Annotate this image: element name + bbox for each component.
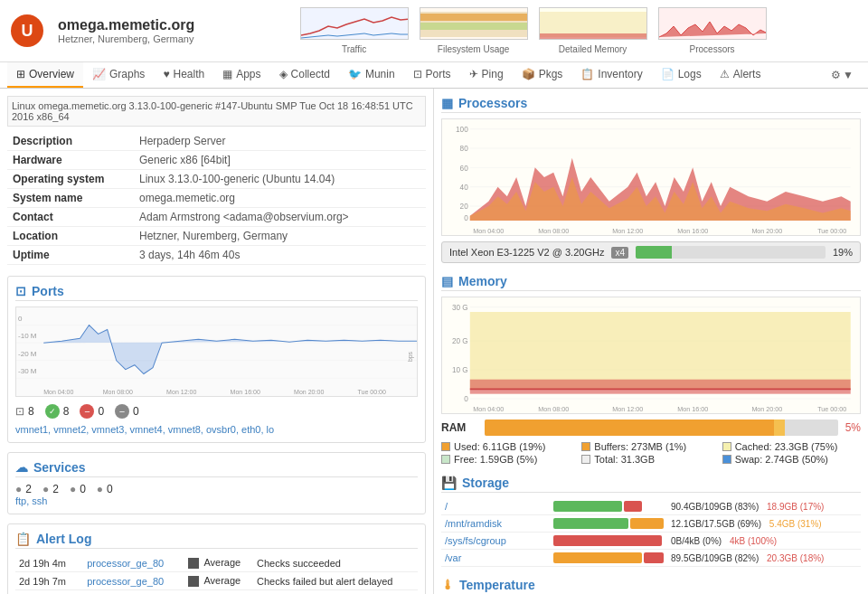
sysinfo-label-hardware: Hardware <box>7 151 134 170</box>
alert-severity-0: Average <box>184 554 253 572</box>
traffic-sparkline <box>300 7 409 40</box>
monitor-icon: ⊡ <box>15 405 24 418</box>
ping-icon: ✈ <box>469 68 478 80</box>
alert-message-2: Checks succeeded <box>253 590 418 594</box>
alert-check-1[interactable]: processor_ge_80 <box>83 572 184 590</box>
processors-icon: ▦ <box>441 96 453 110</box>
svg-text:100: 100 <box>456 125 468 134</box>
sysinfo-row-location: Location Hetzner, Nuremberg, Germany <box>7 227 426 246</box>
nav-inventory[interactable]: 📋 Inventory <box>571 62 651 88</box>
sysinfo-label-contact: Contact <box>7 208 134 227</box>
nav-apps[interactable]: ▦ Apps <box>213 62 269 88</box>
alert-check-2[interactable]: MTU_below_1500 <box>83 590 184 594</box>
ram-used-fill <box>485 420 774 436</box>
ram-bar-container: RAM 5% <box>441 420 861 436</box>
processors-chart: 100 80 60 40 20 0 Mon 04:00 Mon 08:00 Mo… <box>441 118 861 236</box>
nav-alerts-label: Alerts <box>733 68 761 80</box>
ram-buffers-label: Buffers: 273MB (1%) <box>594 441 686 452</box>
nav-ports-label: Ports <box>426 68 451 80</box>
ram-cached-dot <box>722 442 731 451</box>
collectd-icon: ◈ <box>279 68 288 80</box>
storage-bar-ramdisk-free <box>630 518 664 529</box>
storage-mount-ramdisk[interactable]: /mnt/ramdisk <box>441 515 550 533</box>
svg-text:60: 60 <box>460 163 468 172</box>
storage-row-var: /var 89.5GB/109GB (82%) 20.3GB (18%) <box>441 550 861 567</box>
port-links[interactable]: vmnet1, vmnet2, vmnet3, vmnet4, vmnet8, … <box>15 424 418 435</box>
svg-rect-50 <box>470 312 851 389</box>
service-stat-0: ● 2 <box>15 483 32 495</box>
ports-header: ⊡ Ports <box>15 284 418 301</box>
svg-text:Mon 04:00: Mon 04:00 <box>473 405 504 413</box>
nav-health[interactable]: ♥ Health <box>154 62 213 88</box>
nav-munin[interactable]: 🐦 Munin <box>339 62 404 88</box>
ram-free-label: Free: 1.59GB (5%) <box>454 454 537 465</box>
service-stat-1: ● 2 <box>42 483 59 495</box>
port-total-value: 8 <box>28 405 34 418</box>
alert-row-0: 2d 19h 4m processor_ge_80 Average Checks… <box>15 554 418 572</box>
ram-free-dot <box>441 455 450 464</box>
alert-message-0: Checks succeeded <box>253 554 418 572</box>
nav-logs[interactable]: 📄 Logs <box>652 62 711 88</box>
storage-mount-var[interactable]: /var <box>441 550 550 567</box>
x-icon: − <box>80 404 94 419</box>
storage-text2-cgroup: 4kB (100%) <box>730 536 777 546</box>
nav-collectd-label: Collectd <box>291 68 330 80</box>
svg-text:Tue 00:00: Tue 00:00 <box>817 405 846 413</box>
header-graphs: Traffic Filesystem Usage Detailed Memory <box>209 7 857 54</box>
nav-logs-label: Logs <box>678 68 702 80</box>
nav-apps-label: Apps <box>236 68 260 80</box>
alert-check-0[interactable]: processor_ge_80 <box>83 554 184 572</box>
storage-text-cgroup: 0B/4kB (0%) 4kB (100%) <box>667 533 861 550</box>
storage-text-var: 89.5GB/109GB (82%) 20.3GB (18%) <box>667 550 861 567</box>
services-grid: ● 2 ● 2 ● 0 ● 0 <box>15 483 418 495</box>
sysinfo-value-hardware: Generic x86 [64bit] <box>134 151 426 170</box>
header-graph-memory[interactable]: Detailed Memory <box>539 7 647 54</box>
svg-text:Mon 20:00: Mon 20:00 <box>751 227 782 235</box>
service-links[interactable]: ftp, ssh <box>15 495 418 506</box>
svg-text:Mon 08:00: Mon 08:00 <box>538 227 569 235</box>
service-value-1: 2 <box>52 483 59 495</box>
processors-title: Processors <box>458 96 527 110</box>
header-graph-traffic[interactable]: Traffic <box>300 7 409 54</box>
nav-alerts[interactable]: ⚠ Alerts <box>711 62 770 88</box>
sysinfo-value-contact: Adam Armstrong <adama@observium.org> <box>134 208 426 227</box>
temperature-title: Temperature <box>459 578 535 592</box>
ram-used-label: Used: 6.11GB (19%) <box>454 441 546 452</box>
svg-rect-3 <box>540 12 647 37</box>
alert-row-2: 2d 62m 59s MTU_below_1500 vmnet0 Checks … <box>15 590 418 594</box>
svg-text:Mon 16:00: Mon 16:00 <box>231 389 260 395</box>
svg-text:0: 0 <box>464 213 468 222</box>
storage-bar-root-used <box>553 501 622 512</box>
storage-mount-cgroup[interactable]: /sys/fs/cgroup <box>441 533 550 550</box>
memory-sparkline <box>539 7 647 40</box>
settings-button[interactable]: ⚙ ▼ <box>824 63 861 87</box>
filesystem-label: Filesystem Usage <box>420 44 528 54</box>
sysinfo-row-hardware: Hardware Generic x86 [64bit] <box>7 151 426 170</box>
nav-graphs[interactable]: 📈 Graphs <box>83 62 154 88</box>
svg-rect-2 <box>420 23 528 30</box>
nav-pkgs[interactable]: 📦 Pkgs <box>513 62 572 88</box>
nav-overview[interactable]: ⊞ Overview <box>7 62 83 88</box>
cpu-progress-fill <box>636 246 672 259</box>
header-graph-processors[interactable]: Processors <box>658 7 767 54</box>
pkgs-icon: 📦 <box>522 68 535 80</box>
storage-row-cgroup: /sys/fs/cgroup 0B/4kB (0%) 4kB (100%) <box>441 533 861 550</box>
port-stat-disabled: − 0 <box>115 404 139 419</box>
filesystem-sparkline <box>420 7 528 40</box>
nav-collectd[interactable]: ◈ Collectd <box>270 62 339 88</box>
storage-bar-var <box>550 550 667 567</box>
svg-text:Mon 08:00: Mon 08:00 <box>103 389 133 395</box>
ram-detail-used: Used: 6.11GB (19%) <box>441 441 580 452</box>
sysinfo-row-sysname: System name omega.memetic.org <box>7 189 426 208</box>
grid-icon: ⊞ <box>16 68 25 80</box>
svg-text:bps: bps <box>407 351 414 362</box>
nav-ports[interactable]: ⊡ Ports <box>404 62 460 88</box>
svg-rect-51 <box>470 380 851 394</box>
svg-text:Mon 12:00: Mon 12:00 <box>612 227 643 235</box>
nav-ping[interactable]: ✈ Ping <box>460 62 513 88</box>
sysinfo-table: Description Herpaderp Server Hardware Ge… <box>7 132 426 265</box>
chart-icon: 📈 <box>92 68 106 80</box>
svg-text:30 G: 30 G <box>452 303 468 312</box>
storage-mount-root[interactable]: / <box>441 498 550 515</box>
header-graph-filesystem[interactable]: Filesystem Usage <box>420 7 528 54</box>
